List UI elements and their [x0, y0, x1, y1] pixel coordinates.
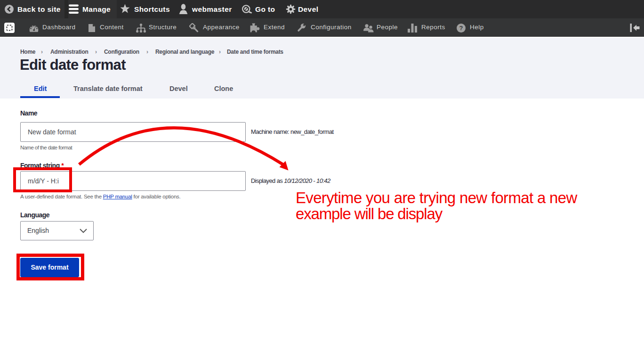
svg-text:?: ?: [459, 25, 463, 32]
